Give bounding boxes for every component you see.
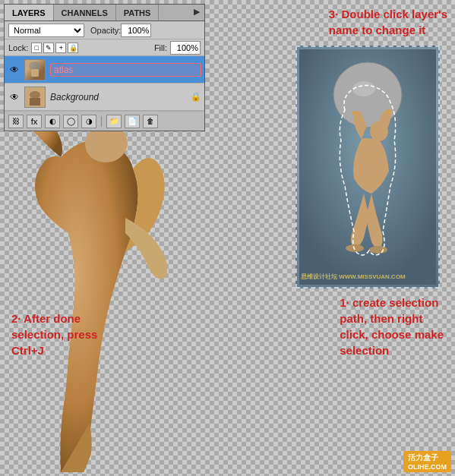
adj-btn[interactable]: ◑ — [81, 115, 96, 128]
watermark-text: 思维设计社坛 WWW.MISSVUAN.COM — [301, 273, 406, 281]
layer-name-atlas: atlas — [50, 63, 201, 77]
person-with-ball: 思维设计社坛 WWW.MISSVUAN.COM — [295, 46, 440, 288]
mask-btn[interactable]: ◐ — [45, 115, 60, 128]
link-btn[interactable]: ⛓ — [8, 115, 24, 128]
logo-url: OLIHE.COM — [408, 463, 447, 471]
svg-point-3 — [30, 91, 40, 99]
layer-thumb-background — [24, 87, 46, 108]
lock-paint[interactable]: + — [55, 43, 66, 53]
layers-list: 👁 atlas 👁 — [5, 56, 204, 111]
lock-row: Lock: □ ✎ + 🔒 Fill: — [5, 39, 204, 56]
lock-label: Lock: — [8, 43, 28, 52]
lock-all[interactable]: 🔒 — [68, 43, 78, 53]
svg-point-12 — [352, 111, 357, 115]
main-canvas: LAYERS CHANNELS PATHS ▶ Normal Multiply … — [0, 0, 455, 476]
layer-background[interactable]: 👁 Background 🔒 — [5, 84, 204, 111]
background-lock-icon: 🔒 — [191, 92, 201, 102]
panel-bottom: ⛓ fx ◐ ◯ ◑ 📁 📄 🗑 — [5, 111, 204, 131]
svg-point-13 — [387, 109, 391, 114]
panel-menu-arrow[interactable]: ▶ — [189, 5, 204, 20]
svg-rect-4 — [30, 98, 40, 106]
group-btn[interactable]: 📁 — [106, 115, 122, 128]
person-ball-svg — [299, 49, 436, 285]
svg-point-8 — [352, 81, 375, 96]
new-layer-btn[interactable]: 📄 — [125, 115, 140, 128]
annotation-step3: 3· Double click layer's name to change i… — [329, 6, 447, 38]
shape-btn[interactable]: ◯ — [63, 115, 78, 128]
delete-btn[interactable]: 🗑 — [143, 115, 158, 128]
tab-layers[interactable]: LAYERS — [5, 5, 54, 20]
layers-panel: LAYERS CHANNELS PATHS ▶ Normal Multiply … — [4, 4, 205, 131]
annotation-step2: 2· After done selection, press Ctrl+J — [11, 311, 97, 358]
logo-badge: 活力盒子 OLIHE.COM — [403, 451, 451, 472]
layer-eye-background[interactable]: 👁 — [8, 90, 21, 104]
svg-point-11 — [369, 246, 387, 254]
opacity-label: Opacity: — [90, 26, 121, 35]
lock-checkbox[interactable]: □ — [31, 43, 42, 53]
fill-label: Fill: — [154, 43, 167, 52]
lock-move[interactable]: ✎ — [43, 43, 54, 53]
layer-atlas[interactable]: 👁 atlas — [5, 56, 204, 84]
blend-row: Normal Multiply Screen Opacity: — [5, 21, 204, 39]
tab-paths[interactable]: PATHS — [116, 5, 160, 20]
main-person-svg — [0, 81, 235, 476]
fill-input[interactable] — [170, 41, 201, 55]
annotation-step1: 1· create selection path, then right cli… — [340, 295, 444, 358]
layer-name-background: Background — [50, 92, 188, 102]
layer-eye-atlas[interactable]: 👁 — [8, 63, 21, 77]
logo-text: 活力盒子 — [408, 452, 447, 463]
divider — [101, 116, 102, 127]
blend-mode-select[interactable]: Normal Multiply Screen — [8, 24, 84, 37]
tab-channels[interactable]: CHANNELS — [54, 5, 116, 20]
fx-btn[interactable]: fx — [27, 115, 42, 128]
layer-thumb-atlas — [24, 59, 46, 80]
opacity-input[interactable] — [121, 24, 151, 37]
svg-rect-1 — [31, 69, 39, 77]
panel-tabs: LAYERS CHANNELS PATHS ▶ — [5, 5, 204, 21]
